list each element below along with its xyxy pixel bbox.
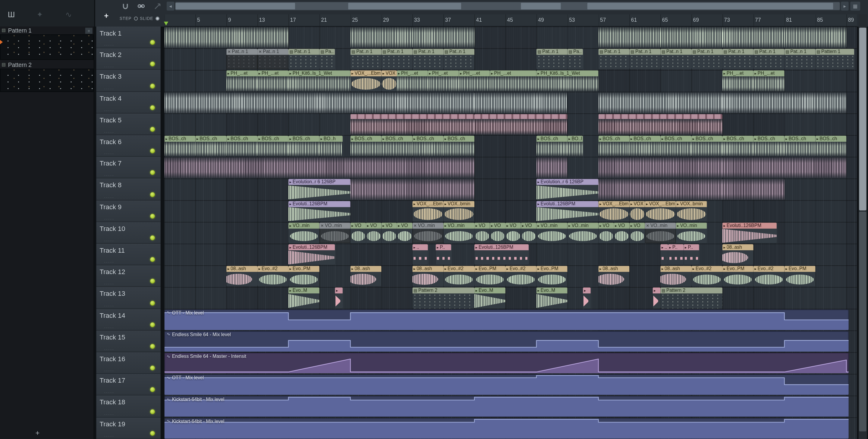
track-enable-led[interactable] — [150, 387, 155, 392]
track-options-dots[interactable]: ····· — [104, 369, 114, 374]
audio-clip[interactable]: ▸BOS..ch — [598, 136, 629, 156]
audio-clip[interactable]: ▸VO — [350, 223, 366, 243]
track-enable-led[interactable] — [150, 149, 155, 154]
audio-clip[interactable]: ▸BOS..ch — [350, 136, 381, 156]
scrollbar-thumb[interactable] — [176, 2, 840, 10]
track-enable-led[interactable] — [150, 170, 155, 175]
track-enable-led[interactable] — [150, 322, 155, 327]
curve-tool-icon[interactable]: ∿ — [65, 10, 72, 19]
audio-clip[interactable]: ▸VO..min — [567, 223, 598, 243]
track-header[interactable]: Track 13····· — [96, 287, 161, 309]
pattern-item[interactable]: ▤Pattern 1 — [0, 27, 93, 34]
track-options-dots[interactable]: ····· — [104, 390, 114, 395]
track-enable-led[interactable] — [150, 127, 155, 132]
track-enable-led[interactable] — [150, 235, 155, 241]
audio-clip[interactable]: ▸PH_...et — [257, 70, 288, 91]
audio-clip[interactable] — [722, 92, 846, 113]
audio-clip[interactable]: ▸08..ash — [722, 244, 753, 265]
track-options-dots[interactable]: ····· — [104, 43, 114, 48]
track-header[interactable]: Track 4····· — [96, 92, 161, 113]
audio-clip[interactable] — [350, 92, 474, 113]
slide-link-icon[interactable] — [137, 2, 146, 10]
track-options-dots[interactable]: ····· — [104, 195, 114, 200]
audio-clip[interactable]: ▸Evo..M — [288, 288, 319, 308]
audio-clip[interactable]: ▸P.. — [684, 244, 699, 265]
sparkle-tool-icon[interactable]: ✦ — [36, 10, 43, 19]
audio-clip[interactable]: ▸ — [653, 288, 661, 308]
track-header[interactable]: Track 14····· — [96, 309, 161, 330]
audio-clip[interactable] — [350, 179, 474, 200]
audio-clip[interactable] — [350, 157, 474, 178]
step-toggle[interactable] — [134, 17, 138, 21]
audio-clip[interactable]: ▸BOS..ch — [412, 136, 443, 156]
track-header[interactable]: Track 10····· — [96, 222, 161, 244]
audio-clip[interactable]: ▸VOX — [381, 70, 397, 91]
audio-clip[interactable]: ▸08..ash — [598, 266, 629, 287]
audio-clip[interactable]: ▸Evo..#2 — [443, 266, 474, 287]
audio-clip[interactable]: ✕VO..min — [412, 223, 443, 243]
track-enable-led[interactable] — [150, 344, 155, 349]
audio-clip[interactable] — [598, 157, 722, 178]
pattern-clip[interactable]: ▤Pat..n 1 — [443, 49, 474, 69]
slide-toggle[interactable] — [156, 17, 159, 21]
audio-clip[interactable]: ▸BOS..ch — [660, 136, 691, 156]
audio-clip[interactable]: ▸VOX..bmin — [676, 201, 707, 221]
scrollbar-track[interactable] — [175, 2, 840, 10]
track-enable-led[interactable] — [150, 105, 155, 110]
audio-clip[interactable]: ▸PH_...et — [753, 70, 784, 91]
audio-clip[interactable] — [660, 27, 722, 48]
audio-clip[interactable]: ✕Pat..n 1 — [226, 49, 257, 69]
audio-clip[interactable]: ▸Evo..#2 — [257, 266, 288, 287]
audio-clip[interactable]: ▸08..ash — [350, 266, 381, 287]
audio-clip[interactable]: ▸ — [583, 288, 591, 308]
vertical-scrollbar-thumb[interactable] — [859, 28, 867, 210]
pattern-item[interactable]: ▤Pattern 2 — [0, 61, 93, 68]
audio-clip[interactable]: ▸BOS..ch — [195, 136, 226, 156]
automation-clip[interactable]: ∿OTT - Mix level — [164, 309, 849, 330]
audio-clip[interactable]: ▸BOS..ch — [691, 136, 722, 156]
track-enable-led[interactable] — [150, 431, 155, 436]
automation-clip[interactable]: ∿Endless Smile 64 - Mix level — [164, 331, 849, 352]
audio-clip[interactable]: ▸VO — [614, 223, 629, 243]
track-enable-led[interactable] — [150, 301, 155, 306]
add-pattern-button[interactable]: + — [36, 429, 40, 437]
track-options-dots[interactable]: ····· — [104, 303, 114, 309]
track-header[interactable]: Track 7····· — [96, 157, 161, 178]
audio-clip[interactable] — [598, 92, 722, 113]
track-header[interactable]: Track 3····· — [96, 70, 161, 92]
audio-clip[interactable]: ▸BOS..ch — [815, 136, 846, 156]
audio-clip[interactable]: ▸VOX..bmin — [443, 201, 474, 221]
audio-clip[interactable] — [722, 157, 846, 178]
audio-clip[interactable]: ▸BOS..ch — [288, 136, 319, 156]
audio-clip[interactable]: ▸BOS..ch — [164, 136, 195, 156]
audio-clip[interactable]: ▸Evo..PM — [722, 266, 753, 287]
audio-clip[interactable]: ▸VO — [629, 223, 645, 243]
audio-clip[interactable]: ▸Evo..#2 — [505, 266, 536, 287]
track-header[interactable]: Track 6····· — [96, 135, 161, 157]
track-enable-led[interactable] — [150, 279, 155, 284]
audio-clip[interactable]: ▸BOS..ch — [443, 136, 474, 156]
track-header[interactable]: Track 9····· — [96, 200, 161, 222]
pattern-clip[interactable]: ▤Pat..n 1 — [381, 49, 412, 69]
audio-clip[interactable]: ▸VO — [505, 223, 521, 243]
magnet-icon[interactable] — [121, 2, 129, 10]
track-header[interactable]: Track 19····· — [96, 417, 161, 439]
pattern-clip[interactable]: ▤Pattern 2 — [412, 288, 474, 308]
audio-clip[interactable]: ▸ — [335, 288, 343, 308]
track-header[interactable]: Track 17····· — [96, 374, 161, 396]
audio-clip[interactable]: ▸VO — [474, 223, 490, 243]
audio-clip[interactable]: ▸BOS..ch — [257, 136, 288, 156]
audio-clip[interactable]: ▸PH_...et — [397, 70, 428, 91]
audio-clip[interactable]: ▸VOX_...Ebmin — [598, 201, 629, 221]
audio-clip[interactable]: ▸Evolution..r 6 126BP — [288, 179, 350, 200]
track-enable-led[interactable] — [150, 409, 155, 414]
audio-clip-group[interactable] — [350, 114, 474, 135]
audio-clip[interactable]: ▸VO..min — [676, 223, 707, 243]
track-options-dots[interactable]: ····· — [104, 325, 114, 330]
audio-clip[interactable]: ▸Evo..PM — [784, 266, 815, 287]
track-options-dots[interactable]: ····· — [104, 238, 114, 243]
pattern-clip[interactable]: ▤Pattern 2 — [660, 288, 722, 308]
pattern-clip[interactable]: ▤Pat..n 1 — [753, 49, 784, 69]
track-options-dots[interactable]: ····· — [104, 434, 114, 439]
audio-clip[interactable]: ▸BOS..ch — [722, 136, 753, 156]
